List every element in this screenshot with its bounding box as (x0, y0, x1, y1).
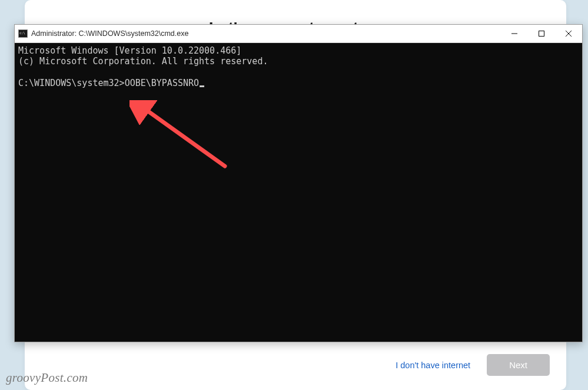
oobe-button-row: I don't have internet Next (390, 354, 550, 376)
terminal-command: OOBE\BYPASSNRO (125, 78, 199, 88)
minimize-button[interactable] (501, 25, 528, 42)
watermark: groovyPost.com (6, 371, 88, 385)
terminal-cursor (200, 85, 204, 87)
minimize-icon (511, 31, 517, 37)
close-button[interactable] (555, 25, 582, 42)
svg-rect-1 (539, 31, 544, 37)
window-controls (501, 25, 582, 42)
titlebar-left: Administrator: C:\WINDOWS\system32\cmd.e… (18, 29, 188, 38)
terminal-prompt: C:\WINDOWS\system32> (18, 78, 125, 88)
terminal-line-2: (c) Microsoft Corporation. All rights re… (18, 56, 268, 67)
next-button[interactable]: Next (487, 354, 550, 376)
maximize-icon (539, 31, 544, 37)
terminal-line-1: Microsoft Windows [Version 10.0.22000.46… (18, 45, 241, 56)
titlebar[interactable]: Administrator: C:\WINDOWS\system32\cmd.e… (15, 25, 582, 43)
window-title: Administrator: C:\WINDOWS\system32\cmd.e… (31, 29, 188, 38)
cmd-window: Administrator: C:\WINDOWS\system32\cmd.e… (14, 24, 583, 342)
no-internet-link[interactable]: I don't have internet (390, 357, 476, 374)
maximize-button[interactable] (528, 25, 555, 42)
terminal-body[interactable]: Microsoft Windows [Version 10.0.22000.46… (15, 43, 582, 342)
close-icon (566, 31, 572, 37)
cmd-icon (18, 29, 28, 38)
